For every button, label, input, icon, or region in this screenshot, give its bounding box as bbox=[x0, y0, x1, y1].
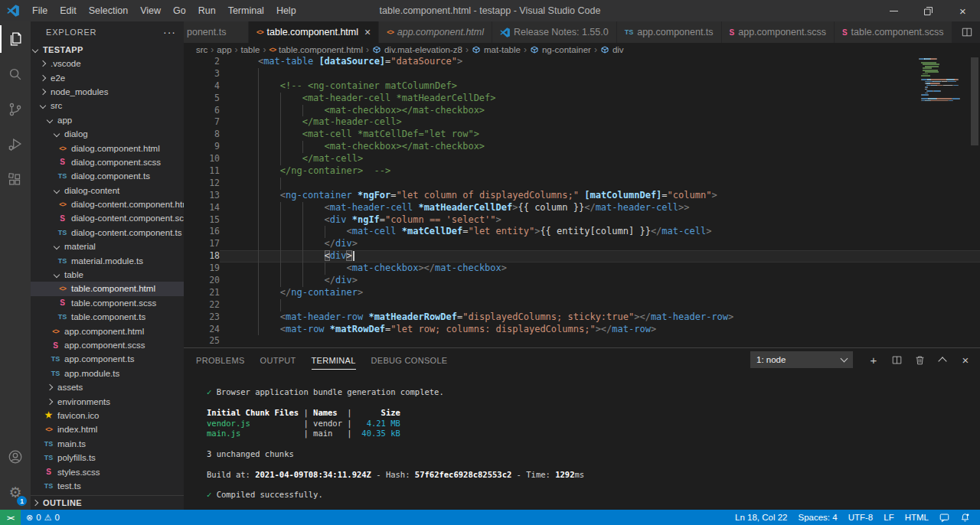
tree-item-src[interactable]: src bbox=[31, 99, 184, 112]
code-line-19[interactable]: 19<mat-checkbox></mat-checkbox> bbox=[184, 262, 980, 275]
panel-tab-problems[interactable]: PROBLEMS bbox=[196, 351, 245, 370]
tree-item-environments[interactable]: environments bbox=[31, 394, 184, 408]
code-line-18[interactable]: 18<div> bbox=[184, 250, 980, 262]
breadcrumb-item-ng-container[interactable]: ng-container bbox=[530, 45, 591, 54]
tree-item-material.module.ts[interactable]: TSmaterial.module.ts bbox=[31, 253, 184, 267]
panel-tab-debug-console[interactable]: DEBUG CONSOLE bbox=[371, 351, 448, 370]
tree-item-app.component.html[interactable]: <>app.component.html bbox=[31, 324, 184, 338]
code-line-22[interactable]: 22 bbox=[184, 299, 980, 311]
code-line-13[interactable]: 13<ng-container *ngFor="let column of di… bbox=[184, 190, 980, 202]
tab-app.component.ts[interactable]: TSapp.component.ts bbox=[617, 21, 722, 43]
tree-item-dialog.component.ts[interactable]: TSdialog.component.ts bbox=[31, 169, 184, 183]
tree-item-dialog-content.component.html[interactable]: <>dialog-content.component.html bbox=[31, 197, 184, 211]
notifications-button[interactable] bbox=[955, 513, 975, 523]
code-line-10[interactable]: 10</mat-cell> bbox=[184, 153, 980, 165]
run-and-debug-activity-button[interactable] bbox=[0, 127, 31, 162]
minimap[interactable] bbox=[917, 58, 969, 104]
status-ln-18-col-22[interactable]: Ln 18, Col 22 bbox=[730, 513, 792, 522]
status-lf[interactable]: LF bbox=[878, 513, 899, 522]
code-line-2[interactable]: 2<mat-table [dataSource]="dataSource"> bbox=[184, 56, 980, 68]
panel-tab-output[interactable]: OUTPUT bbox=[260, 351, 296, 370]
accounts-button[interactable] bbox=[0, 439, 31, 474]
tree-item-app.component.scss[interactable]: Sapp.component.scss bbox=[31, 338, 184, 352]
tree-item-material[interactable]: material bbox=[31, 240, 184, 253]
menu-item-edit[interactable]: Edit bbox=[54, 0, 83, 21]
outline-section-header[interactable]: OUTLINE bbox=[31, 495, 184, 510]
breadcrumb-item-table.component.html[interactable]: <>table.component.html bbox=[269, 45, 362, 54]
tree-item-dialog-content.component.ts[interactable]: TSdialog-content.component.ts bbox=[31, 226, 184, 240]
code-line-5[interactable]: 5<mat-header-cell *matHeaderCellDef> bbox=[184, 93, 980, 105]
search-activity-button[interactable] bbox=[0, 57, 31, 92]
tree-item-dialog.component.html[interactable]: <>dialog.component.html bbox=[31, 141, 184, 155]
menu-item-selection[interactable]: Selection bbox=[83, 0, 134, 21]
extensions-activity-button[interactable] bbox=[0, 162, 31, 197]
menu-item-file[interactable]: File bbox=[26, 0, 54, 21]
tree-item-main.ts[interactable]: TSmain.ts bbox=[31, 437, 184, 451]
code-line-23[interactable]: 23<mat-header-row *matHeaderRowDef="disp… bbox=[184, 311, 980, 324]
code-line-4[interactable]: 4<!-- <ng-container matColumnDef> bbox=[184, 80, 980, 93]
breadcrumb-item-div.mat-elevation-z8[interactable]: div.mat-elevation-z8 bbox=[372, 45, 462, 54]
tab-ponent.ts[interactable]: ponent.ts bbox=[184, 21, 249, 43]
tree-item-dialog-content.component.scss[interactable]: Sdialog-content.component.scss bbox=[31, 211, 184, 225]
status-spaces-4[interactable]: Spaces: 4 bbox=[793, 513, 843, 522]
scrollbar-thumb[interactable] bbox=[971, 57, 978, 145]
breadcrumb-item-mat-table[interactable]: mat-table bbox=[472, 45, 521, 54]
tree-item-styles.scss[interactable]: Sstyles.scss bbox=[31, 465, 184, 478]
tree-item-table.component.ts[interactable]: TStable.component.ts bbox=[31, 310, 184, 324]
tree-item-table.component.html[interactable]: <>table.component.html bbox=[31, 282, 184, 295]
tree-root-testapp[interactable]: TESTAPP bbox=[31, 43, 184, 57]
tree-item-app[interactable]: app bbox=[31, 113, 184, 127]
close-tab-icon[interactable]: × bbox=[364, 26, 371, 38]
code-line-7[interactable]: 7</mat-header-cell> bbox=[184, 116, 980, 129]
restore-button[interactable] bbox=[911, 0, 946, 21]
maximize-panel-button[interactable] bbox=[936, 353, 949, 367]
breadcrumb-item-table[interactable]: table bbox=[241, 45, 260, 54]
tree-item-dialog.component.scss[interactable]: Sdialog.component.scss bbox=[31, 155, 184, 169]
tab-table.component.html[interactable]: <>table.component.html× bbox=[249, 21, 379, 43]
code-line-24[interactable]: 24<mat-row *matRowDef="let row; columns:… bbox=[184, 324, 980, 336]
menu-item-view[interactable]: View bbox=[134, 0, 167, 21]
tree-item-favicon.ico[interactable]: ★favicon.ico bbox=[31, 409, 184, 422]
tab-release-notes-1.55.0[interactable]: Release Notes: 1.55.0 bbox=[492, 21, 617, 43]
code-editor[interactable]: 2<mat-table [dataSource]="dataSource">34… bbox=[184, 56, 980, 347]
code-line-9[interactable]: 9<mat-checkbox></mat-checkbox> bbox=[184, 141, 980, 153]
code-line-8[interactable]: 8<mat-cell *matCellDef="let row"> bbox=[184, 129, 980, 141]
terminal-output[interactable]: ✓ Browser application bundle generation … bbox=[184, 371, 980, 510]
new-terminal-button[interactable]: + bbox=[867, 353, 880, 367]
tree-item-dialog-content[interactable]: dialog-content bbox=[31, 184, 184, 197]
code-line-3[interactable]: 3 bbox=[184, 68, 980, 80]
close-panel-button[interactable]: × bbox=[959, 353, 972, 367]
tab-app.component.html[interactable]: <>app.component.html bbox=[379, 21, 492, 43]
code-line-21[interactable]: 21</ng-container> bbox=[184, 287, 980, 299]
menu-item-terminal[interactable]: Terminal bbox=[222, 0, 270, 21]
code-line-20[interactable]: 20</div> bbox=[184, 275, 980, 287]
tree-item-table[interactable]: table bbox=[31, 268, 184, 282]
minimize-button[interactable] bbox=[877, 0, 911, 21]
code-line-11[interactable]: 11</ng-container> --> bbox=[184, 165, 980, 178]
problems-status[interactable]: ⊗ 0 ⚠ 0 bbox=[21, 510, 65, 525]
tree-item-assets[interactable]: assets bbox=[31, 380, 184, 394]
status-html[interactable]: HTML bbox=[900, 513, 934, 522]
menu-item-help[interactable]: Help bbox=[270, 0, 302, 21]
explorer-more-actions-icon[interactable]: ··· bbox=[163, 26, 176, 38]
tree-item-index.html[interactable]: <>index.html bbox=[31, 422, 184, 436]
tree-item-polyfills.ts[interactable]: TSpolyfills.ts bbox=[31, 451, 184, 465]
tab-app.component.scss[interactable]: Sapp.component.scss bbox=[722, 21, 835, 43]
panel-tab-terminal[interactable]: TERMINAL bbox=[312, 351, 356, 370]
split-terminal-button[interactable] bbox=[890, 353, 903, 367]
tree-item-test.ts[interactable]: TStest.ts bbox=[31, 479, 184, 493]
menu-item-run[interactable]: Run bbox=[192, 0, 222, 21]
tree-item-dialog[interactable]: dialog bbox=[31, 127, 184, 141]
editor-scrollbar[interactable] bbox=[969, 56, 980, 347]
terminal-select[interactable]: 1: node bbox=[750, 351, 853, 368]
feedback-button[interactable] bbox=[934, 513, 955, 523]
tree-item-app.module.ts[interactable]: TSapp.module.ts bbox=[31, 367, 184, 380]
breadcrumb-item-div[interactable]: div bbox=[600, 45, 624, 54]
code-line-12[interactable]: 12 bbox=[184, 178, 980, 190]
code-line-25[interactable]: 25 bbox=[184, 335, 980, 347]
settings-button[interactable]: ⚙1 bbox=[0, 474, 31, 510]
tree-item-e2e[interactable]: e2e bbox=[31, 70, 184, 84]
code-line-16[interactable]: 16<mat-cell *matCellDef="let entity">{{ … bbox=[184, 226, 980, 238]
breadcrumb-item-app[interactable]: app bbox=[217, 45, 231, 54]
source-control-activity-button[interactable] bbox=[0, 92, 31, 127]
